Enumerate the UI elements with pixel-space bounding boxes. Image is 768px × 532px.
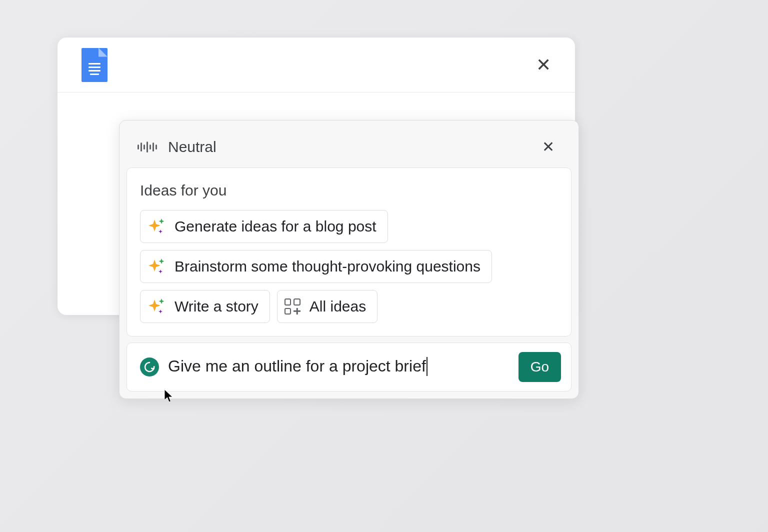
suggestion-chip-all-ideas[interactable]: All ideas <box>277 290 378 323</box>
suggestion-chip-row: Generate ideas for a blog post Brainstor… <box>140 210 558 323</box>
sparkle-icon <box>148 298 166 316</box>
suggestion-chip-blog-post[interactable]: Generate ideas for a blog post <box>140 210 388 243</box>
assist-header: Neutral ✕ <box>124 124 574 168</box>
mouse-cursor-icon <box>164 389 174 403</box>
chip-label: Brainstorm some thought-provoking questi… <box>174 258 480 276</box>
suggestion-chip-story[interactable]: Write a story <box>140 290 270 323</box>
document-header: ✕ <box>58 38 575 92</box>
docs-app-icon <box>82 48 108 82</box>
prompt-input[interactable]: Give me an outline for a project brief <box>168 357 510 377</box>
close-icon[interactable]: ✕ <box>542 140 560 154</box>
grammarly-icon <box>140 358 159 376</box>
sparkle-icon <box>148 218 166 236</box>
ideas-card: Ideas for you Generate ideas for a blog … <box>126 168 572 336</box>
grid-plus-icon <box>284 298 300 314</box>
close-icon[interactable]: ✕ <box>536 56 551 74</box>
chip-label: All ideas <box>310 298 366 316</box>
voice-bars-icon[interactable] <box>138 142 157 152</box>
suggestion-chip-brainstorm[interactable]: Brainstorm some thought-provoking questi… <box>140 250 492 283</box>
chip-label: Write a story <box>174 298 258 316</box>
text-cursor <box>426 357 428 376</box>
ai-assist-panel: Neutral ✕ Ideas for you Generate ideas f… <box>119 120 579 399</box>
sparkle-icon <box>148 258 166 276</box>
prompt-input-bar[interactable]: Give me an outline for a project brief G… <box>126 342 572 392</box>
go-button[interactable]: Go <box>518 352 561 382</box>
tone-label[interactable]: Neutral <box>168 138 216 156</box>
ideas-title: Ideas for you <box>140 182 558 199</box>
chip-label: Generate ideas for a blog post <box>174 218 376 236</box>
